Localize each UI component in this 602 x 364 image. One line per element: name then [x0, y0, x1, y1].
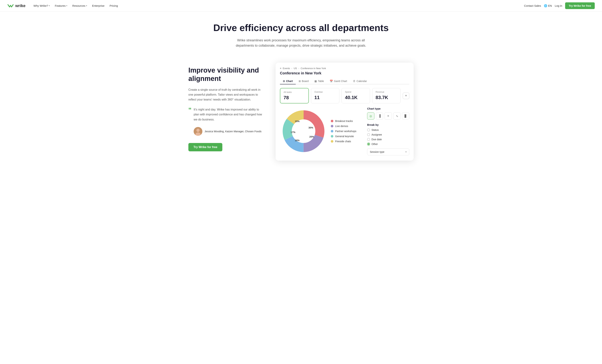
left-panel: Improve visibility and alignment Create … — [188, 62, 265, 151]
chart-type-stacked[interactable]: ▊ — [402, 112, 409, 120]
legend-dot-partner — [331, 130, 333, 133]
language-selector[interactable]: 🌐 EN — [544, 4, 552, 7]
svg-text:20%: 20% — [309, 135, 314, 138]
stats-row: All tasks 78 Overdue 11 Spend 40.1K Reve… — [280, 88, 409, 104]
chevron-down-icon: ▾ — [86, 5, 87, 7]
hero-section: Drive efficiency across all departments … — [0, 12, 602, 52]
attribution-text: Jessica Wooding, Kaizen Manager, Chosen … — [204, 130, 261, 133]
break-by-title: Break by — [367, 123, 409, 126]
tab-chart[interactable]: ⊙ Chart — [280, 78, 296, 84]
dashboard-card: ≡ Events › US › Conference in New York C… — [276, 62, 414, 161]
globe-icon: 🌐 — [544, 4, 547, 7]
nav-links: Why Wrike? ▾ Features ▾ Resources ▾ Ente… — [31, 3, 524, 9]
chart-legend: Breakout tracks Live demos Partner works… — [331, 120, 364, 143]
nav-cta-button[interactable]: Try Wrike for free — [565, 2, 595, 9]
quote-mark-icon: " — [188, 107, 192, 136]
nav-enterprise[interactable]: Enterprise — [90, 3, 107, 9]
login-link[interactable]: Log in — [555, 4, 562, 7]
section-heading: Improve visibility and alignment — [188, 66, 265, 83]
stat-overdue: Overdue 11 — [311, 88, 340, 104]
hero-subtitle: Wrike streamlines work processes for max… — [232, 38, 370, 48]
breadcrumb-us[interactable]: US — [294, 67, 297, 70]
svg-point-1 — [196, 129, 200, 132]
break-by-options: Status Assignee Due date — [367, 128, 409, 146]
nav-why-wrike[interactable]: Why Wrike? ▾ — [31, 3, 52, 9]
gantt-tab-icon: 📅 — [330, 80, 333, 83]
tab-gantt[interactable]: 📅 Gantt Chart — [327, 78, 350, 84]
left-cta-button[interactable]: Try Wrike for free — [188, 143, 222, 151]
nav-resources[interactable]: Resources ▾ — [70, 3, 89, 9]
breadcrumb-conference[interactable]: Conference in New York — [301, 67, 326, 70]
break-by-assignee[interactable]: Assignee — [367, 133, 409, 136]
avatar-image — [194, 127, 202, 136]
donut-chart-svg: 30% 20% 18% 17% 15% — [280, 108, 327, 155]
hero-title: Drive efficiency across all departments — [7, 22, 595, 33]
table-tab-icon: ▦ — [314, 80, 317, 83]
quote-text: It's night and day. Wrike has improved o… — [194, 107, 265, 122]
legend-fireside: Fireside chats — [331, 140, 364, 143]
legend-keynote: General keynote — [331, 135, 364, 138]
stat-revenue: Revenue 83.7K — [372, 88, 401, 104]
svg-point-8 — [293, 120, 314, 142]
calendar-tab-icon: 🗓 — [353, 80, 355, 83]
chart-type-bar[interactable]: ▐ — [376, 112, 383, 120]
legend-dot-breakout — [331, 120, 333, 122]
right-panel: ≡ Events › US › Conference in New York C… — [276, 62, 414, 161]
radio-status — [367, 128, 370, 131]
main-content: Improve visibility and alignment Create … — [174, 52, 428, 171]
contact-sales-link[interactable]: Contact Sales — [524, 4, 541, 7]
legend-partner: Partner workshops — [331, 130, 364, 133]
chevron-down-icon: ▾ — [49, 5, 50, 7]
svg-text:18%: 18% — [295, 139, 300, 142]
bottom-area: 30% 20% 18% 17% 15% Breakout tracks — [280, 107, 409, 155]
tab-calendar[interactable]: 🗓 Calendar — [350, 78, 370, 84]
breadcrumb-icon: ≡ — [280, 67, 281, 70]
radio-due-date — [367, 138, 370, 141]
svg-text:15%: 15% — [295, 120, 300, 123]
stat-spend: Spend 40.1K — [342, 88, 370, 104]
radio-assignee — [367, 133, 370, 136]
break-by-other[interactable]: Other — [367, 143, 409, 146]
tab-bar: ⊙ Chart ⊞ Board ▦ Table 📅 Gantt Chart 🗓 — [280, 78, 409, 84]
nav-right: Contact Sales 🌐 EN Log in Try Wrike for … — [524, 2, 595, 9]
tab-board[interactable]: ⊞ Board — [296, 78, 312, 84]
chevron-down-icon: ▾ — [66, 5, 67, 7]
chart-type-title: Chart type — [367, 107, 409, 110]
quote-block: " It's night and day. Wrike has improved… — [188, 107, 265, 136]
chart-type-panel: Chart type ◎ ▐ ≡ ∿ ▊ Break by Status — [364, 107, 409, 155]
break-by-status[interactable]: Status — [367, 128, 409, 131]
wrike-logo-icon — [7, 3, 14, 8]
logo[interactable]: wrike — [7, 3, 25, 8]
logo-text: wrike — [15, 3, 25, 8]
dashboard-title: Conference in New York — [280, 71, 409, 75]
tab-table[interactable]: ▦ Table — [312, 78, 327, 84]
section-body: Create a single source of truth by centr… — [188, 87, 265, 102]
legend-breakout: Breakout tracks — [331, 120, 364, 123]
nav-features[interactable]: Features ▾ — [53, 3, 69, 9]
attribution: Jessica Wooding, Kaizen Manager, Chosen … — [194, 127, 265, 136]
break-by-due-date[interactable]: Due date — [367, 138, 409, 141]
avatar — [194, 127, 202, 136]
chart-type-line[interactable]: ∿ — [393, 112, 400, 120]
svg-text:17%: 17% — [291, 131, 295, 134]
chart-type-line-bar[interactable]: ≡ — [385, 112, 392, 120]
nav-pricing[interactable]: Pricing — [107, 3, 120, 9]
chart-type-icons: ◎ ▐ ≡ ∿ ▊ — [367, 112, 409, 120]
stat-all-tasks: All tasks 78 — [280, 88, 309, 104]
radio-other — [367, 143, 370, 146]
donut-chart: 30% 20% 18% 17% 15% — [280, 108, 327, 155]
session-type-dropdown[interactable]: Session type ▾ — [367, 148, 409, 155]
navigation: wrike Why Wrike? ▾ Features ▾ Resources … — [0, 0, 602, 12]
legend-dot-fireside — [331, 140, 333, 143]
chart-type-donut[interactable]: ◎ — [367, 112, 374, 120]
breadcrumb: ≡ Events › US › Conference in New York — [280, 67, 409, 70]
legend-dot-live-demos — [331, 125, 333, 127]
chart-tab-icon: ⊙ — [283, 80, 285, 83]
legend-dot-keynote — [331, 135, 333, 137]
svg-text:30%: 30% — [308, 126, 313, 129]
board-tab-icon: ⊞ — [299, 80, 301, 83]
add-stat-button[interactable]: + — [403, 93, 409, 99]
chart-and-legend: 30% 20% 18% 17% 15% Breakout tracks — [280, 107, 364, 155]
chevron-down-icon: ▾ — [406, 151, 407, 153]
breadcrumb-events[interactable]: Events — [283, 67, 290, 70]
